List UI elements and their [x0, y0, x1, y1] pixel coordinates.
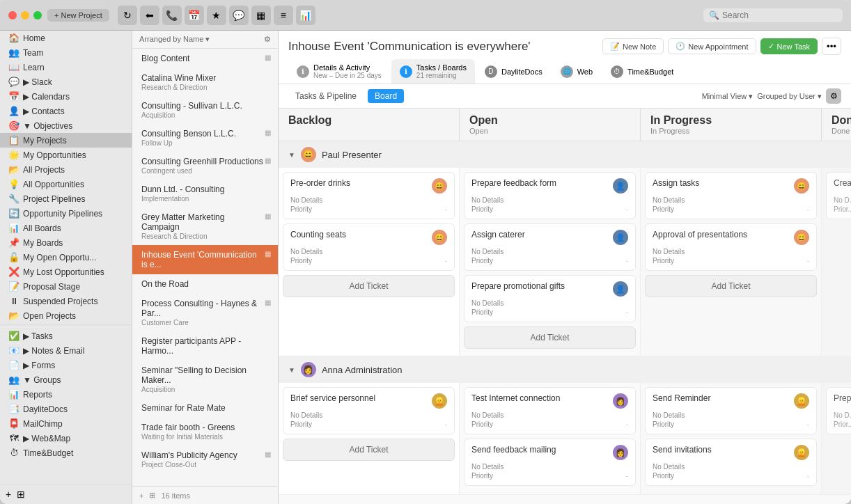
- sidebar-item-project-pipelines[interactable]: 🔧 Project Pipelines: [0, 191, 132, 206]
- minimal-view-select[interactable]: Minimal View ▾: [702, 92, 754, 101]
- grid-view-icon[interactable]: ⊞: [149, 491, 155, 500]
- more-options-button[interactable]: •••: [822, 38, 841, 55]
- project-item-sullivan[interactable]: Consulting - Sullivan L.L.C. Acquisition: [132, 96, 278, 124]
- ticket-assign-tasks[interactable]: Assign tasks 😄 No Details Priority-: [645, 172, 817, 219]
- project-item-trade-fair[interactable]: Trade fair booth - Greens Waiting for In…: [132, 418, 278, 446]
- project-item-catalina[interactable]: Catalina Wine Mixer Research & Direction: [132, 68, 278, 96]
- project-item-williams[interactable]: William's Publicity Agency Project Close…: [132, 446, 278, 473]
- ticket-assign-caterer[interactable]: Assign caterer 👤 No Details Priority-: [464, 223, 636, 271]
- phone-icon[interactable]: 📞: [162, 6, 182, 25]
- star-icon[interactable]: ★: [207, 6, 226, 25]
- back-icon[interactable]: ⬅: [140, 6, 159, 25]
- sidebar-item-my-opportunities[interactable]: 🌟 My Opportunities: [0, 148, 132, 162]
- add-ticket-paul-backlog[interactable]: Add Ticket: [283, 275, 455, 297]
- sidebar-item-contacts[interactable]: 👤 ▶ Contacts: [0, 104, 132, 118]
- ticket-prepare-promo-gifts[interactable]: Prepare promotional gifts 👤 No Details P…: [464, 275, 636, 322]
- ticket-prepare-feedback[interactable]: Prepare feedback form 👤 No Details Prior…: [464, 172, 636, 219]
- close-button[interactable]: [8, 11, 17, 19]
- sidebar-item-notes-email[interactable]: 📧 ▶ Notes & Email: [0, 343, 132, 358]
- ticket-brief-service[interactable]: Brief service personnel 👱 No Details Pri…: [283, 387, 455, 434]
- sidebar-item-suspended-projects[interactable]: ⏸ Suspended Projects: [0, 294, 132, 308]
- sidebar-item-my-lost-opport[interactable]: ❌ My Lost Opportunities: [0, 265, 132, 279]
- ticket-test-internet[interactable]: Test Internet connection 👩 No Details Pr…: [464, 387, 636, 434]
- sidebar-item-reports[interactable]: 📊 Reports: [0, 387, 132, 402]
- sidebar-item-daylitedocs[interactable]: 📑 DayliteDocs: [0, 402, 132, 416]
- sidebar-item-my-open-opport[interactable]: 🔓 My Open Opportu...: [0, 250, 132, 265]
- sidebar-item-my-projects[interactable]: 📋 My Projects: [0, 133, 132, 148]
- ticket-pre-order-drinks[interactable]: Pre-order drinks 😄 No Details Priority-: [283, 172, 455, 219]
- sidebar-item-all-boards[interactable]: 📊 All Boards: [0, 221, 132, 235]
- chat-icon[interactable]: 💬: [229, 6, 249, 25]
- sidebar-item-mailchimp[interactable]: 📮 MailChimp: [0, 416, 132, 431]
- new-note-button[interactable]: 📝 New Note: [602, 38, 664, 54]
- calendar-icon[interactable]: 📅: [185, 6, 204, 25]
- ticket-crea-partial[interactable]: Crea... 😄 No D... Prior...: [826, 172, 851, 219]
- sidebar-item-all-opportunities[interactable]: 💡 All Opportunities: [0, 177, 132, 191]
- board-settings-icon[interactable]: ⚙: [826, 88, 841, 104]
- sidebar-item-slack[interactable]: 💬 ▶ Slack: [0, 74, 132, 89]
- add-sidebar-icon[interactable]: +: [6, 489, 11, 500]
- project-item-seminar-selling[interactable]: Seminar "Selling to Decision Maker... Ac…: [132, 361, 278, 398]
- chart-icon[interactable]: 📊: [296, 6, 315, 25]
- project-item-ontheroad[interactable]: On the Road: [132, 274, 278, 294]
- ticket-send-invitations[interactable]: Send invitations 👱 No Details Priority-: [645, 439, 817, 486]
- add-project-icon[interactable]: +: [139, 491, 143, 500]
- project-item-greenhill[interactable]: Consulting Greenhill Productions Conting…: [132, 152, 278, 180]
- project-item-dunn[interactable]: Dunn Ltd. - Consulting Implementation: [132, 180, 278, 207]
- add-ticket-paul-open[interactable]: Add Ticket: [464, 326, 636, 349]
- new-project-button[interactable]: + New Project: [47, 9, 109, 22]
- sidebar-item-all-projects[interactable]: 📂 All Projects: [0, 162, 132, 177]
- sidebar-item-timebudget[interactable]: ⏱ Time&Budget: [0, 446, 132, 460]
- project-item-benson[interactable]: Consulting Benson L.L.C. Follow Up ▦: [132, 124, 278, 152]
- new-task-button[interactable]: ✓ New Task: [760, 38, 818, 54]
- group-header-paul[interactable]: ▼ 😄 Paul Presenter: [279, 141, 851, 168]
- sidebar-item-open-projects[interactable]: 📂 Open Projects: [0, 308, 132, 323]
- add-ticket-anna-backlog[interactable]: Add Ticket: [283, 439, 455, 461]
- minimize-button[interactable]: [21, 11, 29, 19]
- tab-web[interactable]: 🌐 Web: [552, 61, 601, 82]
- tab-details-activity[interactable]: ℹ Details & Activity New – Due in 25 day…: [288, 59, 390, 84]
- sidebar-item-objectives[interactable]: 🎯 ▼ Objectives: [0, 118, 132, 133]
- layout-icon[interactable]: ▦: [251, 6, 271, 25]
- ticket-prep-partial[interactable]: Prep... 👩 No D... Prior...: [826, 387, 851, 434]
- sidebar-item-my-boards[interactable]: 📌 My Boards: [0, 235, 132, 250]
- sidebar-item-groups[interactable]: 👥 ▼ Groups: [0, 372, 132, 387]
- refresh-icon[interactable]: ↻: [118, 6, 137, 25]
- sidebar-item-learn[interactable]: 📖 Learn: [0, 60, 132, 74]
- sidebar-item-calendars[interactable]: 📅 ▶ Calendars: [0, 89, 132, 104]
- ticket-approval-presentations[interactable]: Approval of presentations 😄 No Details P…: [645, 223, 817, 271]
- group-header-anna[interactable]: ▼ 👩 Anna Administration: [279, 356, 851, 383]
- search-input[interactable]: [722, 10, 837, 20]
- tasks-boards-sublabel: 21 remaining: [416, 72, 467, 79]
- new-appointment-button[interactable]: 🕐 New Appointment: [668, 38, 756, 54]
- tab-timebudget[interactable]: ⏱ Time&Budget: [602, 61, 682, 82]
- maximize-button[interactable]: [33, 11, 42, 19]
- ticket-send-reminder[interactable]: Send Reminder 👱 No Details Priority-: [645, 387, 817, 434]
- sidebar-item-proposal-stage[interactable]: 📝 Proposal Stage: [0, 279, 132, 294]
- sidebar-item-home[interactable]: 🏠 Home: [0, 31, 132, 45]
- grouped-by-user-select[interactable]: Grouped by User ▾: [757, 92, 822, 101]
- project-item-blog-content[interactable]: Blog Content ▦: [132, 49, 278, 68]
- grid-sidebar-icon[interactable]: ⊞: [17, 489, 25, 500]
- project-item-register[interactable]: Register participants APP - Harmo...: [132, 331, 278, 361]
- open-subtitle: Open: [469, 127, 630, 135]
- tab-tasks-boards[interactable]: ℹ Tasks / Boards 21 remaining: [391, 59, 475, 84]
- project-item-process[interactable]: Process Consulting - Haynes & Par... Cus…: [132, 294, 278, 331]
- add-ticket-paul-inprogress[interactable]: Add Ticket: [645, 275, 817, 297]
- sidebar-item-forms[interactable]: 📄 ▶ Forms: [0, 358, 132, 372]
- sidebar-item-tasks[interactable]: ✅ ▶ Tasks: [0, 329, 132, 343]
- sidebar-item-webmap[interactable]: 🗺 ▶ Web&Map: [0, 431, 132, 446]
- ticket-counting-seats[interactable]: Counting seats 😄 No Details Priority-: [283, 223, 455, 271]
- sort-label[interactable]: Arranged by Name ▾: [139, 35, 210, 44]
- project-item-grey-matter[interactable]: Grey Matter Marketing Campaign Research …: [132, 207, 278, 245]
- sub-tab-board[interactable]: Board: [368, 89, 404, 103]
- list-icon[interactable]: ≡: [274, 6, 293, 25]
- project-item-inhouse[interactable]: Inhouse Event 'Communication is e... ▦: [132, 245, 278, 274]
- ticket-send-feedback-mailing[interactable]: Send feedback mailing 👩 No Details Prior…: [464, 439, 636, 486]
- project-item-seminar-rate[interactable]: Seminar for Rate Mate: [132, 398, 278, 418]
- sub-tab-tasks-pipeline[interactable]: Tasks & Pipeline: [288, 89, 364, 103]
- filter-icon[interactable]: ⚙: [264, 35, 271, 44]
- sidebar-item-team[interactable]: 👥 Team: [0, 45, 132, 60]
- tab-daylitedocs[interactable]: D DayliteDocs: [476, 61, 551, 82]
- sidebar-item-opportunity-pipelines[interactable]: 🔄 Opportunity Pipelines: [0, 206, 132, 221]
